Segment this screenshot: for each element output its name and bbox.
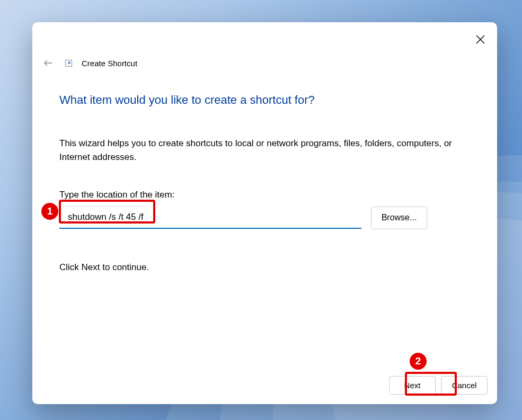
dialog-title: Create Shortcut bbox=[82, 59, 137, 68]
shortcut-icon bbox=[65, 60, 72, 67]
location-label: Type the location of the item: bbox=[59, 190, 467, 200]
intro-text: This wizard helps you to create shortcut… bbox=[59, 137, 467, 165]
close-button[interactable] bbox=[473, 32, 488, 47]
annotation-badge-1: 1 bbox=[41, 203, 58, 220]
cancel-button[interactable]: Cancel bbox=[441, 376, 488, 395]
location-input[interactable] bbox=[59, 207, 361, 229]
create-shortcut-dialog: Create Shortcut What item would you like… bbox=[32, 22, 497, 404]
continue-instruction: Click Next to continue. bbox=[59, 262, 467, 273]
page-heading: What item would you like to create a sho… bbox=[59, 93, 467, 107]
annotation-badge-2: 2 bbox=[410, 353, 427, 370]
back-button[interactable] bbox=[43, 58, 54, 68]
close-icon bbox=[476, 35, 485, 44]
arrow-left-icon bbox=[43, 58, 53, 68]
next-button[interactable]: Next bbox=[389, 376, 436, 395]
browse-button[interactable]: Browse... bbox=[371, 207, 427, 229]
